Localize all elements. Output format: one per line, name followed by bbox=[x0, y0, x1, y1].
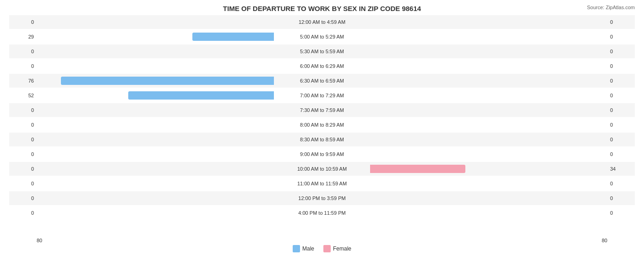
chart-row: 52 7:00 AM to 7:29 AM 0 bbox=[9, 89, 635, 102]
left-value: 0 bbox=[9, 137, 37, 142]
chart-row: 0 6:00 AM to 6:29 AM 0 bbox=[9, 59, 635, 73]
chart-container: TIME OF DEPARTURE TO WORK BY SEX IN ZIP … bbox=[0, 0, 644, 273]
male-bar-container bbox=[37, 194, 274, 203]
male-bar-container bbox=[37, 208, 274, 217]
time-label: 5:30 AM to 5:59 AM bbox=[274, 49, 370, 54]
chart-row: 0 9:00 AM to 9:59 AM 0 bbox=[9, 147, 635, 161]
male-bar-container bbox=[37, 76, 274, 85]
right-value: 0 bbox=[607, 210, 635, 216]
time-label: 11:00 AM to 11:59 AM bbox=[274, 181, 370, 186]
male-bar-container bbox=[37, 164, 274, 173]
left-value: 29 bbox=[9, 34, 37, 39]
time-label: 12:00 PM to 3:59 PM bbox=[274, 195, 370, 201]
left-value: 0 bbox=[9, 166, 37, 172]
bars-wrapper: 11:00 AM to 11:59 AM bbox=[37, 177, 607, 190]
bars-wrapper: 6:00 AM to 6:29 AM bbox=[37, 59, 607, 73]
female-bar-container bbox=[370, 47, 607, 56]
bars-wrapper: 7:30 AM to 7:59 AM bbox=[37, 103, 607, 117]
chart-title: TIME OF DEPARTURE TO WORK BY SEX IN ZIP … bbox=[9, 5, 635, 12]
female-bar-container bbox=[370, 91, 607, 100]
bar-male bbox=[128, 91, 274, 100]
right-value: 0 bbox=[607, 181, 635, 186]
left-value: 0 bbox=[9, 122, 37, 128]
bar-female bbox=[370, 165, 465, 173]
right-value: 0 bbox=[607, 93, 635, 98]
chart-row: 0 8:30 AM to 8:59 AM 0 bbox=[9, 133, 635, 146]
time-label: 10:00 AM to 10:59 AM bbox=[274, 166, 370, 172]
axis-right-label: 80 bbox=[602, 238, 607, 243]
legend-male-label: Male bbox=[302, 245, 314, 252]
male-bar-container bbox=[37, 179, 274, 188]
chart-row: 0 7:30 AM to 7:59 AM 0 bbox=[9, 103, 635, 117]
left-value: 0 bbox=[9, 19, 37, 25]
female-bar-container bbox=[370, 150, 607, 159]
axis-labels: 80 80 bbox=[9, 238, 635, 243]
time-label: 6:30 AM to 6:59 AM bbox=[274, 78, 370, 84]
right-value: 0 bbox=[607, 78, 635, 84]
male-bar-container bbox=[37, 47, 274, 56]
bars-wrapper: 5:00 AM to 5:29 AM bbox=[37, 30, 607, 44]
bars-wrapper: 4:00 PM to 11:59 PM bbox=[37, 206, 607, 220]
left-value: 52 bbox=[9, 93, 37, 98]
left-value: 0 bbox=[9, 151, 37, 157]
female-bar-container bbox=[370, 61, 607, 71]
bars-wrapper: 10:00 AM to 10:59 AM bbox=[37, 162, 607, 176]
bars-wrapper: 8:00 AM to 8:29 AM bbox=[37, 118, 607, 132]
chart-row: 0 8:00 AM to 8:29 AM 0 bbox=[9, 118, 635, 132]
source-label: Source: ZipAtlas.com bbox=[587, 5, 635, 10]
bars-wrapper: 12:00 AM to 4:59 AM bbox=[37, 15, 607, 29]
female-bar-container bbox=[370, 106, 607, 115]
time-label: 8:30 AM to 8:59 AM bbox=[274, 137, 370, 142]
bars-wrapper: 7:00 AM to 7:29 AM bbox=[37, 89, 607, 102]
bars-wrapper: 12:00 PM to 3:59 PM bbox=[37, 191, 607, 205]
left-value: 0 bbox=[9, 49, 37, 54]
left-value: 0 bbox=[9, 210, 37, 216]
bar-male bbox=[192, 33, 274, 41]
male-bar-container bbox=[37, 91, 274, 100]
female-bar-container bbox=[370, 76, 607, 85]
right-value: 0 bbox=[607, 122, 635, 128]
male-bar-container bbox=[37, 120, 274, 129]
male-bar-container bbox=[37, 135, 274, 144]
male-bar-container bbox=[37, 32, 274, 41]
male-bar-container bbox=[37, 106, 274, 115]
left-value: 76 bbox=[9, 78, 37, 84]
time-label: 4:00 PM to 11:59 PM bbox=[274, 210, 370, 216]
legend-female-label: Female bbox=[333, 245, 351, 252]
legend-male: Male bbox=[293, 245, 314, 252]
chart-area: 0 12:00 AM to 4:59 AM 0 29 5:00 AM to 5:… bbox=[9, 15, 635, 238]
right-value: 0 bbox=[607, 151, 635, 157]
bars-wrapper: 6:30 AM to 6:59 AM bbox=[37, 74, 607, 88]
left-value: 0 bbox=[9, 107, 37, 113]
female-bar-container bbox=[370, 194, 607, 203]
male-bar-container bbox=[37, 17, 274, 27]
female-bar-container bbox=[370, 120, 607, 129]
legend-male-box bbox=[293, 245, 300, 252]
time-label: 6:00 AM to 6:29 AM bbox=[274, 63, 370, 69]
time-label: 7:00 AM to 7:29 AM bbox=[274, 93, 370, 98]
right-value: 0 bbox=[607, 34, 635, 39]
right-value: 34 bbox=[607, 166, 635, 172]
right-value: 0 bbox=[607, 19, 635, 25]
chart-row: 0 4:00 PM to 11:59 PM 0 bbox=[9, 206, 635, 220]
legend: Male Female bbox=[9, 245, 635, 252]
time-label: 7:30 AM to 7:59 AM bbox=[274, 107, 370, 113]
axis-left-label: 80 bbox=[37, 238, 42, 243]
female-bar-container bbox=[370, 164, 607, 173]
chart-row: 0 11:00 AM to 11:59 AM 0 bbox=[9, 177, 635, 190]
left-value: 0 bbox=[9, 181, 37, 186]
legend-female-box bbox=[323, 245, 331, 252]
right-value: 0 bbox=[607, 49, 635, 54]
left-value: 0 bbox=[9, 63, 37, 69]
left-value: 0 bbox=[9, 195, 37, 201]
right-value: 0 bbox=[607, 63, 635, 69]
right-value: 0 bbox=[607, 107, 635, 113]
chart-row: 76 6:30 AM to 6:59 AM 0 bbox=[9, 74, 635, 88]
bars-wrapper: 8:30 AM to 8:59 AM bbox=[37, 133, 607, 146]
female-bar-container bbox=[370, 208, 607, 217]
right-value: 0 bbox=[607, 137, 635, 142]
chart-row: 0 12:00 PM to 3:59 PM 0 bbox=[9, 191, 635, 205]
chart-row: 29 5:00 AM to 5:29 AM 0 bbox=[9, 30, 635, 44]
female-bar-container bbox=[370, 32, 607, 41]
chart-row: 0 10:00 AM to 10:59 AM 34 bbox=[9, 162, 635, 176]
